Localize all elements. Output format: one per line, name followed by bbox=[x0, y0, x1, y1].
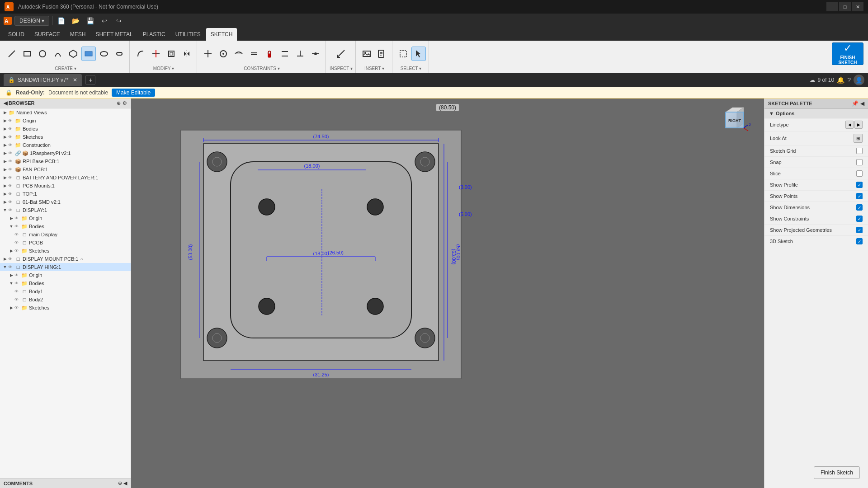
select-cursor[interactable] bbox=[411, 47, 426, 61]
new-tab-button[interactable]: + bbox=[85, 75, 95, 85]
tree-item-bodies[interactable]: ▶ 👁 📁 Bodies bbox=[0, 125, 131, 133]
save-button[interactable]: 💾 bbox=[84, 15, 96, 27]
redo-button[interactable]: ↪ bbox=[113, 15, 125, 27]
new-button[interactable]: 📄 bbox=[55, 15, 67, 27]
cube-widget[interactable]: RIGHT Z bbox=[719, 103, 750, 135]
palette-expand-icon[interactable]: ◀ bbox=[860, 100, 864, 107]
insert-image[interactable] bbox=[359, 47, 374, 61]
tree-item-named-views[interactable]: ▶ 📁 Named Views bbox=[0, 108, 131, 117]
tree-item-display-hing[interactable]: ▼ 👁 □ DISPLAY HING:1 bbox=[0, 263, 131, 271]
trim-tool[interactable] bbox=[149, 47, 163, 61]
sidebar-collapse-icon[interactable]: ⊕ bbox=[117, 100, 121, 106]
tree-item-display[interactable]: ▼ 👁 □ DISPLAY:1 bbox=[0, 206, 131, 214]
polygon-tool[interactable] bbox=[66, 47, 80, 61]
offset-tool[interactable] bbox=[164, 47, 179, 61]
tree-item-pcb-mounts[interactable]: ▶ 👁 □ PCB Mounts:1 bbox=[0, 182, 131, 190]
perpendicular-constraint[interactable] bbox=[293, 47, 307, 61]
horizontal-constraint[interactable] bbox=[201, 47, 215, 61]
tree-item-display-sketches[interactable]: ▶ 👁 📁 Sketches bbox=[0, 247, 131, 255]
maximize-button[interactable]: □ bbox=[839, 2, 851, 11]
profile-button[interactable]: 👤 bbox=[854, 75, 864, 85]
doc-tab-active[interactable]: 🔒 SANDWITCH.PY v7* ✕ bbox=[4, 74, 82, 86]
insert-dxf[interactable] bbox=[375, 47, 389, 61]
minimize-button[interactable]: − bbox=[826, 2, 838, 11]
slice-checkbox[interactable] bbox=[856, 170, 863, 177]
ellipse-tool[interactable] bbox=[97, 47, 111, 61]
finish-sketch-ribbon-button[interactable]: ✓ FINISH SKETCH bbox=[832, 42, 863, 65]
tree-item-hing-sketches[interactable]: ▶ 👁 📁 Sketches bbox=[0, 304, 131, 312]
select-window[interactable] bbox=[396, 47, 410, 61]
close-button[interactable]: ✕ bbox=[852, 2, 863, 11]
tree-item-construction[interactable]: ▶ 👁 📁 Construction bbox=[0, 141, 131, 149]
tree-item-sketches[interactable]: ▶ 👁 📁 Sketches bbox=[0, 133, 131, 141]
snap-checkbox[interactable] bbox=[856, 159, 863, 165]
viewport[interactable]: (80.50) (74.50) (18.00) (53.00) (3.00) (… bbox=[131, 99, 764, 488]
tab-mesh[interactable]: MESH bbox=[66, 28, 90, 41]
parallel-constraint[interactable] bbox=[278, 47, 292, 61]
palette-pin-icon[interactable]: 📌 bbox=[852, 100, 859, 107]
svg-marker-17 bbox=[187, 52, 189, 56]
open-button[interactable]: 📂 bbox=[70, 15, 81, 27]
tree-item-body2[interactable]: 👁 □ Body2 bbox=[0, 296, 131, 304]
tangent-constraint[interactable] bbox=[231, 47, 246, 61]
navigation-cube[interactable]: RIGHT Z bbox=[719, 103, 755, 139]
linetype-next-button[interactable]: ▶ bbox=[854, 121, 863, 129]
tab-utilities[interactable]: UTILITIES bbox=[171, 28, 205, 41]
show-profile-checkbox[interactable]: ✓ bbox=[856, 182, 863, 188]
tab-plastic[interactable]: PLASTIC bbox=[138, 28, 170, 41]
lock-icon: 🔒 bbox=[8, 77, 15, 83]
show-dimensions-checkbox[interactable]: ✓ bbox=[856, 204, 863, 211]
sketch-grid-checkbox[interactable] bbox=[856, 148, 863, 154]
tab-solid[interactable]: SOLID bbox=[4, 28, 29, 41]
tree-item-top[interactable]: ▶ 👁 □ TOP:1 bbox=[0, 190, 131, 198]
comments-expand-icon[interactable]: ⊕ ◀ bbox=[118, 480, 127, 486]
finish-sketch-button[interactable]: Finish Sketch bbox=[814, 466, 860, 479]
window-controls: − □ ✕ bbox=[826, 2, 863, 11]
tree-item-battery[interactable]: ▶ 👁 □ BATTERY AND POWER LAYER:1 bbox=[0, 174, 131, 182]
fix-constraint[interactable] bbox=[262, 47, 277, 61]
design-menu-button[interactable]: DESIGN ▾ bbox=[14, 16, 49, 26]
notifications-button[interactable]: 🔔 bbox=[837, 76, 844, 84]
arc-tool[interactable] bbox=[51, 47, 65, 61]
linetype-prev-button[interactable]: ◀ bbox=[845, 121, 854, 129]
folder-icon: 📁 bbox=[21, 248, 28, 254]
show-points-checkbox[interactable]: ✓ bbox=[856, 193, 863, 199]
doc-tab-close[interactable]: ✕ bbox=[73, 77, 77, 83]
tree-item-hing-bodies[interactable]: ▼ 👁 📁 Bodies bbox=[0, 279, 131, 287]
coincident-constraint[interactable] bbox=[216, 47, 231, 61]
look-at-button[interactable]: ⊞ bbox=[854, 134, 863, 143]
mirror-tool[interactable] bbox=[179, 47, 194, 61]
show-projected-checkbox[interactable]: ✓ bbox=[856, 227, 863, 233]
tree-item-origin[interactable]: ▶ 👁 📁 Origin bbox=[0, 117, 131, 125]
midpoint-constraint[interactable] bbox=[308, 47, 323, 61]
filled-rect-tool[interactable] bbox=[81, 47, 96, 61]
tree-item-main-display[interactable]: 👁 □ main Display bbox=[0, 230, 131, 239]
undo-button[interactable]: ↩ bbox=[99, 15, 110, 27]
tab-sheet-metal[interactable]: SHEET METAL bbox=[91, 28, 137, 41]
measure-tool[interactable] bbox=[334, 47, 348, 61]
tab-surface[interactable]: SURFACE bbox=[30, 28, 65, 41]
show-constraints-checkbox[interactable]: ✓ bbox=[856, 216, 863, 222]
tree-item-hing-origin[interactable]: ▶ 👁 📁 Origin bbox=[0, 271, 131, 279]
sidebar-settings-icon[interactable]: ⚙ bbox=[123, 100, 127, 106]
tree-item-fan[interactable]: ▶ 👁 📦 FAN PCB:1 bbox=[0, 165, 131, 174]
make-editable-button[interactable]: Make Editable bbox=[112, 89, 155, 97]
tree-item-display-mount[interactable]: ▶ 👁 □ DISPLAY MOUNT PCB:1 ○ bbox=[0, 255, 131, 263]
tree-item-display-origin[interactable]: ▶ 👁 📁 Origin bbox=[0, 214, 131, 222]
tree-item-pcgb[interactable]: 👁 □ PCGB bbox=[0, 239, 131, 247]
line-tool[interactable] bbox=[5, 47, 19, 61]
fillet-tool[interactable] bbox=[133, 47, 148, 61]
tree-item-body1[interactable]: 👁 □ Body1 bbox=[0, 287, 131, 296]
slot-tool[interactable] bbox=[112, 47, 127, 61]
tree-item-bat-smd[interactable]: ▶ 👁 □ 01-Bat SMD v2:1 bbox=[0, 198, 131, 206]
tree-item-rpi-base[interactable]: ▶ 👁 📦 RPI Base PCB:1 bbox=[0, 157, 131, 165]
equal-constraint[interactable] bbox=[247, 47, 261, 61]
rectangle-tool[interactable] bbox=[20, 47, 34, 61]
circle-tool[interactable] bbox=[35, 47, 50, 61]
tree-item-rpi[interactable]: ▶ 👁 🔗 📦 1RaspberryPi v2:1 bbox=[0, 149, 131, 157]
tree-item-display-bodies[interactable]: ▼ 👁 📁 Bodies bbox=[0, 222, 131, 230]
help-button[interactable]: ? bbox=[847, 76, 851, 84]
tab-sketch[interactable]: SKETCH bbox=[206, 28, 237, 41]
palette-options-section[interactable]: ▼ Options bbox=[764, 109, 868, 118]
3d-sketch-checkbox[interactable]: ✓ bbox=[856, 238, 863, 244]
